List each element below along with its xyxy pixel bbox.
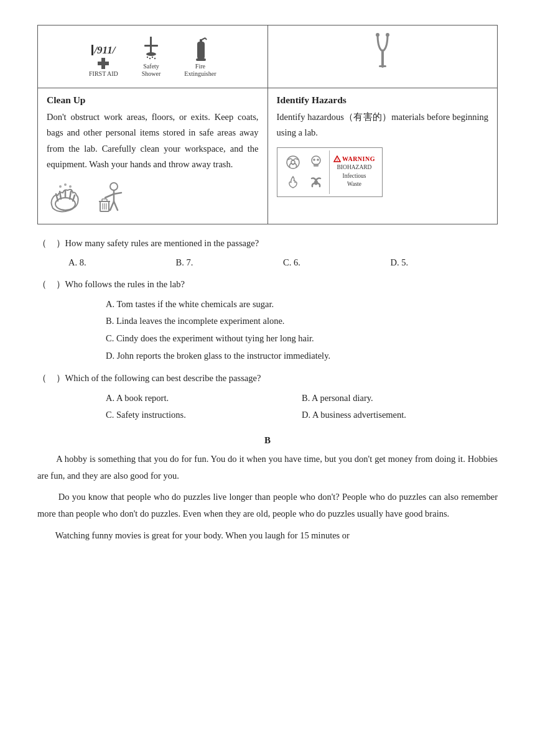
q3-option-a: A. A book report. <box>106 390 302 407</box>
question-1-row: （ ） How many safety rules are mentioned … <box>37 236 498 251</box>
cleanup-icons <box>47 180 259 218</box>
icons-cell-right <box>268 25 498 88</box>
q3-parens: （ ） <box>37 371 65 386</box>
svg-text:!: ! <box>337 158 338 162</box>
svg-point-19 <box>55 198 75 210</box>
safety-table: /911/ FIRST AID <box>37 25 498 224</box>
q1-options: A. 8. B. 7. C. 6. D. 5. <box>68 254 498 270</box>
svg-line-23 <box>70 191 71 199</box>
hazards-cell: Identify Hazards Identify hazardous（有害的）… <box>268 88 498 224</box>
section-b-para-2: Do you know that people who do puzzles l… <box>37 489 498 522</box>
svg-line-11 <box>205 38 207 40</box>
warning-triangle: ! WARNING <box>333 155 375 162</box>
wash-hands-icon <box>47 180 84 218</box>
q1-option-b: B. 7. <box>176 254 284 270</box>
skull-icon <box>309 155 323 170</box>
icons-cell-left: /911/ FIRST AID <box>38 25 268 88</box>
extinguisher-icon <box>192 35 209 63</box>
trash-person-icon <box>94 180 128 218</box>
warning-label-area: ! WARNING BIOHAZARDInfectiousWaste <box>330 153 379 191</box>
svg-rect-13 <box>200 39 202 43</box>
cleanup-heading: Clean Up <box>47 94 259 106</box>
svg-point-44 <box>317 159 319 161</box>
cleanup-text: Don't obstruct work areas, floors, or ex… <box>47 109 259 173</box>
svg-point-6 <box>147 57 148 58</box>
flame-icon <box>282 173 304 191</box>
svg-rect-14 <box>196 58 206 61</box>
radiation-symbol <box>309 175 323 189</box>
svg-rect-12 <box>197 42 205 59</box>
shower-icon <box>142 37 160 63</box>
svg-point-16 <box>376 33 379 37</box>
biohazard-label: BIOHAZARDInfectiousWaste <box>337 164 372 188</box>
toxic-icon <box>305 153 327 172</box>
svg-line-24 <box>73 195 75 201</box>
svg-rect-1 <box>98 62 109 65</box>
svg-point-9 <box>154 58 156 59</box>
q1-text: How many safety rules are mentioned in t… <box>65 236 498 251</box>
svg-point-43 <box>313 159 315 161</box>
cleanup-cell: Clean Up Don't obstruct work areas, floo… <box>38 88 268 224</box>
svg-point-8 <box>152 57 153 58</box>
first-aid-icon-group: /911/ FIRST AID <box>89 45 118 78</box>
svg-point-17 <box>386 33 389 37</box>
triangle-icon: ! <box>333 155 341 162</box>
svg-rect-15 <box>381 50 384 68</box>
radiation-icon <box>305 173 327 191</box>
question-3-row: （ ） Which of the following can best desc… <box>37 371 498 386</box>
biohazard-box: ! WARNING BIOHAZARDInfectiousWaste <box>277 147 383 197</box>
svg-rect-3 <box>144 45 158 47</box>
q3-text: Which of the following can best describe… <box>65 371 498 386</box>
warning-text: WARNING <box>342 155 375 162</box>
hazards-text: Identify hazardous（有害的）materials before … <box>277 109 489 141</box>
svg-point-40 <box>287 156 299 168</box>
q1-option-c: C. 6. <box>283 254 391 270</box>
extinguisher-label: FireExtinguisher <box>184 63 216 78</box>
svg-point-27 <box>69 185 72 188</box>
svg-point-7 <box>149 58 151 59</box>
q2-parens: （ ） <box>37 277 65 292</box>
svg-line-32 <box>110 201 114 210</box>
svg-line-31 <box>114 193 121 194</box>
biohazard-symbol <box>282 153 304 172</box>
q2-option-b: B. Linda leaves the incomplete experimen… <box>106 313 498 330</box>
fire-extinguisher-icon-group: FireExtinguisher <box>184 35 216 78</box>
svg-line-30 <box>105 194 114 198</box>
safety-shower-icon-group: SafetyShower <box>142 37 161 78</box>
q2-option-a: A. Tom tastes if the white chemicals are… <box>106 296 498 313</box>
q1-parens: （ ） <box>37 236 65 251</box>
q3-option-c: C. Safety instructions. <box>106 407 302 424</box>
section-b-para-1: A hobby is something that you do for fun… <box>37 451 498 484</box>
svg-point-26 <box>64 183 67 186</box>
shower-label: SafetyShower <box>142 63 161 78</box>
instrument-icon <box>373 32 393 69</box>
q3-option-d: D. A business advertisement. <box>302 407 498 424</box>
q1-option-a: A. 8. <box>68 254 176 270</box>
svg-rect-2 <box>150 37 152 45</box>
q3-option-b: B. A personal diary. <box>302 390 498 407</box>
q2-text: Who follows the rules in the lab? <box>65 277 498 292</box>
svg-rect-4 <box>150 47 152 53</box>
svg-rect-36 <box>102 199 107 201</box>
first-aid-label: FIRST AID <box>89 70 118 78</box>
content-row: Clean Up Don't obstruct work areas, floo… <box>38 88 498 224</box>
svg-point-5 <box>146 52 156 56</box>
section-b-para-3: Watching funny movies is great for your … <box>37 527 498 544</box>
svg-rect-18 <box>379 65 386 67</box>
q2-option-d: D. John reports the broken glass to the … <box>106 348 498 365</box>
icons-row: /911/ FIRST AID <box>38 25 498 88</box>
q2-options: A. Tom tastes if the white chemicals are… <box>106 296 498 364</box>
hazard-icons-grid <box>280 150 330 194</box>
q3-options: A. A book report. B. A personal diary. C… <box>106 390 498 424</box>
q1-option-d: D. 5. <box>391 254 498 270</box>
biohazard-icon <box>286 155 300 170</box>
svg-line-33 <box>114 201 118 210</box>
cross-icon <box>96 57 110 70</box>
fire-hazard-icon <box>286 175 300 189</box>
svg-point-25 <box>59 185 62 188</box>
section-b-title: B <box>37 435 498 446</box>
hazards-heading: Identify Hazards <box>277 94 489 106</box>
questions-section: （ ） How many safety rules are mentioned … <box>37 236 498 424</box>
q2-option-c: C. Cindy does the experiment without tyi… <box>106 330 498 348</box>
nine11-icon: /911/ <box>91 45 115 70</box>
